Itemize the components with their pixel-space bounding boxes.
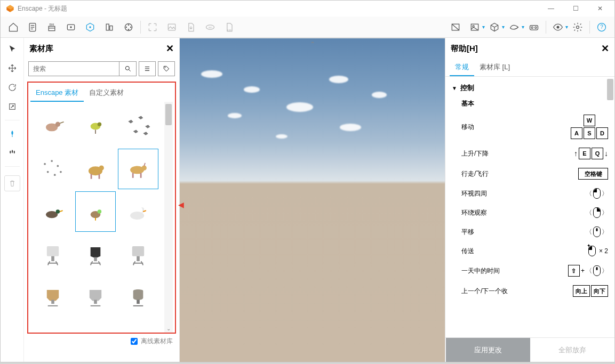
main-toolbar: BIM 360 EXE ▾ ▾ ▾ ▾ ? (1, 17, 614, 38)
image-button[interactable] (163, 19, 180, 36)
svg-point-50 (142, 165, 147, 170)
mouse-middle-icon (593, 227, 601, 237)
key-shift: ⇧ (568, 265, 580, 277)
notes-button[interactable] (24, 19, 41, 36)
svg-point-15 (126, 26, 127, 28)
help-tab-library[interactable]: 素材库 [L] (474, 59, 515, 76)
chevron-down-icon: ▾ (522, 24, 524, 30)
wing-dropdown[interactable]: ▾ (505, 19, 524, 36)
asset-item[interactable] (33, 234, 73, 274)
key-space: 空格键 (578, 168, 608, 180)
svg-point-27 (577, 26, 579, 28)
globe-button[interactable] (82, 19, 99, 36)
asset-item[interactable] (75, 106, 116, 147)
handle-left-icon[interactable]: ◀ (178, 200, 184, 209)
asset-item[interactable] (75, 191, 116, 232)
panorama-button[interactable]: 360 (202, 19, 219, 36)
svg-point-12 (128, 24, 130, 26)
asset-item[interactable] (33, 191, 73, 232)
window-minimize-button[interactable]: — (539, 1, 563, 17)
noimage-button[interactable] (447, 19, 464, 36)
move-tool[interactable] (4, 60, 20, 76)
svg-point-39 (57, 165, 59, 167)
handle-top-icon[interactable]: ⌃ (310, 41, 315, 48)
list-button[interactable] (139, 61, 156, 76)
window-maximize-button[interactable]: ☐ (563, 1, 588, 17)
reel-button[interactable] (120, 19, 137, 36)
asset-scrollbar[interactable]: ⌄ (164, 102, 173, 333)
svg-point-46 (99, 165, 104, 170)
visibility-dropdown[interactable]: ▾ (548, 19, 568, 36)
vr-button[interactable] (525, 19, 542, 36)
asset-item[interactable] (33, 277, 73, 317)
help-tabs: 常规 素材库 [L] (445, 59, 614, 77)
svg-rect-61 (51, 300, 54, 304)
export-button[interactable] (182, 19, 199, 36)
asset-item[interactable] (75, 277, 116, 317)
offline-library-checkbox[interactable] (131, 338, 138, 345)
svg-rect-10 (110, 26, 113, 30)
help-row-walkfly: 行走/飞行 空格键 (452, 164, 608, 184)
left-toolbar (1, 38, 24, 362)
svg-point-32 (165, 67, 166, 68)
plant-single-tool[interactable] (4, 126, 20, 142)
help-scrollbar-thumb[interactable] (607, 79, 613, 100)
svg-point-38 (51, 160, 53, 162)
scrollbar-down[interactable]: ⌄ (164, 325, 173, 333)
svg-rect-5 (49, 26, 55, 30)
view-button[interactable] (62, 19, 79, 36)
scrollbar-thumb[interactable] (165, 104, 172, 125)
key-w: W (584, 115, 595, 126)
svg-text:EXE: EXE (227, 28, 232, 31)
svg-point-40 (47, 171, 49, 173)
exe-button[interactable]: EXE (221, 19, 238, 36)
help-button[interactable]: ? (593, 19, 610, 36)
svg-point-34 (55, 122, 60, 127)
help-tab-general[interactable]: 常规 (450, 59, 474, 76)
svg-point-37 (44, 163, 46, 165)
plant-multi-tool[interactable] (4, 145, 20, 161)
delete-button[interactable] (4, 175, 20, 191)
asset-panel-title: 素材库 (29, 44, 53, 54)
building-button[interactable] (101, 19, 118, 36)
key-d: D (596, 127, 608, 139)
bim-button[interactable]: BIM (43, 19, 60, 36)
help-panel-close-button[interactable]: ✕ (601, 43, 609, 54)
asset-item[interactable] (33, 149, 73, 189)
asset-item[interactable] (118, 191, 158, 232)
tab-custom-assets[interactable]: 自定义素材 (84, 85, 129, 102)
asset-item[interactable] (118, 234, 158, 274)
asset-item[interactable] (118, 277, 158, 317)
asset-item[interactable] (75, 234, 116, 274)
cube-dropdown[interactable]: ▾ (485, 19, 505, 36)
rotate-tool[interactable] (4, 79, 20, 95)
asset-panel-close-button[interactable]: ✕ (166, 43, 174, 54)
collapse-icon: ▼ (452, 85, 457, 91)
discard-button[interactable]: 全部放弃 (530, 338, 614, 362)
key-pageup: 向上 (573, 285, 590, 297)
settings-button[interactable] (569, 19, 586, 36)
scale-tool[interactable] (4, 99, 20, 115)
tag-button[interactable] (158, 61, 175, 76)
asset-item[interactable] (118, 106, 158, 147)
asset-item[interactable] (118, 149, 158, 189)
help-section-control[interactable]: ▼ 控制 (452, 81, 608, 95)
pointer-tool[interactable] (4, 41, 20, 57)
asset-item[interactable] (75, 149, 116, 189)
asset-item[interactable] (33, 106, 73, 147)
apply-button[interactable]: 应用更改 (446, 338, 530, 362)
home-button[interactable] (5, 19, 22, 36)
asset-grid (30, 102, 164, 333)
svg-point-13 (130, 26, 132, 28)
window-close-button[interactable]: ✕ (588, 1, 612, 17)
capture-button[interactable] (144, 19, 161, 36)
help-content: ▼ 控制 基本 移动 W A S D (445, 77, 614, 337)
tab-enscape-assets[interactable]: Enscape 素材 (30, 85, 84, 102)
svg-point-7 (70, 26, 71, 28)
offline-library-row: 离线素材库 (24, 334, 179, 362)
search-button[interactable] (119, 61, 137, 76)
skybox-dropdown[interactable]: ▾ (465, 19, 485, 36)
asset-search-input[interactable] (28, 61, 119, 76)
viewport[interactable]: ⌃ ◀ (180, 38, 445, 362)
titlebar: Enscape - 无标题 — ☐ ✕ (1, 1, 614, 17)
